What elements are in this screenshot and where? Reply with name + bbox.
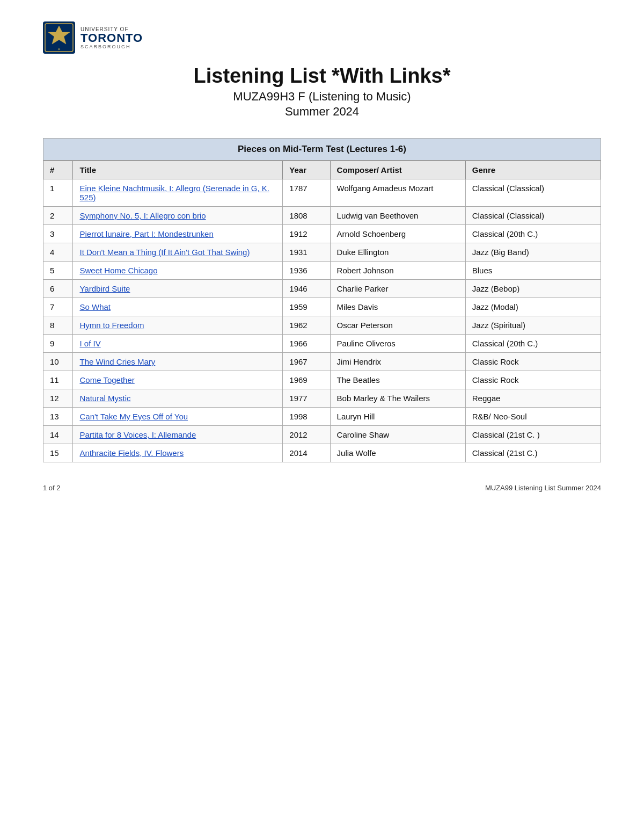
title-link[interactable]: Anthracite Fields, IV. Flowers [79,448,184,458]
title-link[interactable]: Can't Take My Eyes Off of You [79,412,188,421]
title-link[interactable]: Partita for 8 Voices, I: Allemande [79,430,196,439]
table-row: 13Can't Take My Eyes Off of You1998Laury… [43,408,601,426]
cell-num: 14 [43,426,73,444]
cell-composer: Bob Marley & The Wailers [330,389,465,408]
cell-composer: Pauline Oliveros [330,335,465,353]
cell-composer: Ludwig van Beethoven [330,207,465,225]
svg-text:✦: ✦ [57,47,61,52]
cell-year: 2012 [283,426,330,444]
cell-genre: Reggae [465,389,601,408]
table-row: 4It Don't Mean a Thing (If It Ain't Got … [43,243,601,262]
table-row: 15Anthracite Fields, IV. Flowers2014Juli… [43,444,601,462]
cell-composer: Lauryn Hill [330,408,465,426]
cell-year: 1946 [283,280,330,298]
title-link[interactable]: It Don't Mean a Thing (If It Ain't Got T… [79,248,250,257]
col-header-year: Year [283,161,330,179]
title-link[interactable]: So What [79,302,111,311]
cell-genre: Classical (20th C.) [465,225,601,243]
cell-composer: Charlie Parker [330,280,465,298]
table-row: 7So What1959Miles DavisJazz (Modal) [43,298,601,316]
cell-genre: Jazz (Modal) [465,298,601,316]
title-link[interactable]: Symphony No. 5, I: Allegro con brio [79,211,206,220]
cell-num: 5 [43,262,73,280]
cell-year: 1931 [283,243,330,262]
cell-num: 11 [43,371,73,389]
cell-num: 9 [43,335,73,353]
title-link[interactable]: Natural Mystic [79,394,130,403]
cell-num: 10 [43,353,73,371]
table-row: 5Sweet Home Chicago1936Robert JohnsonBlu… [43,262,601,280]
cell-title[interactable]: Sweet Home Chicago [73,262,283,280]
title-link[interactable]: Hymn to Freedom [79,321,144,330]
cell-num: 7 [43,298,73,316]
cell-year: 1998 [283,408,330,426]
title-link[interactable]: Sweet Home Chicago [79,266,157,275]
cell-composer: The Beatles [330,371,465,389]
cell-composer: Julia Wolfe [330,444,465,462]
cell-title[interactable]: Eine Kleine Nachtmusik, I: Allegro (Sere… [73,179,283,207]
title-link[interactable]: Eine Kleine Nachtmusik, I: Allegro (Sere… [79,184,269,202]
table-row: 2Symphony No. 5, I: Allegro con brio1808… [43,207,601,225]
title-link[interactable]: Yardbird Suite [79,284,130,293]
logo-scarborough-label: SCARBOROUGH [80,44,143,49]
cell-year: 1808 [283,207,330,225]
cell-genre: Jazz (Bebop) [465,280,601,298]
cell-num: 15 [43,444,73,462]
page-subtitle: MUZA99H3 F (Listening to Music) [233,90,411,104]
cell-year: 1936 [283,262,330,280]
cell-title[interactable]: Symphony No. 5, I: Allegro con brio [73,207,283,225]
cell-genre: Jazz (Spiritual) [465,316,601,335]
logo-area: ✦ UNIVERSITY OF TORONTO SCARBOROUGH [43,21,143,54]
footer-course: MUZA99 Listening List Summer 2024 [485,484,601,492]
cell-genre: Classical (21st C. ) [465,426,601,444]
col-header-composer: Composer/ Artist [330,161,465,179]
cell-genre: Classical (21st C.) [465,444,601,462]
cell-title[interactable]: It Don't Mean a Thing (If It Ain't Got T… [73,243,283,262]
col-header-num: # [43,161,73,179]
title-link[interactable]: Pierrot lunaire, Part I: Mondestrunken [79,229,213,238]
cell-composer: Duke Ellington [330,243,465,262]
section-header: Pieces on Mid-Term Test (Lectures 1-6) [43,138,601,161]
cell-title[interactable]: Come Together [73,371,283,389]
cell-genre: Classic Rock [465,353,601,371]
footer-page: 1 of 2 [43,484,61,492]
cell-genre: Classical (Classical) [465,179,601,207]
cell-num: 4 [43,243,73,262]
cell-num: 2 [43,207,73,225]
cell-title[interactable]: Can't Take My Eyes Off of You [73,408,283,426]
cell-composer: Robert Johnson [330,262,465,280]
cell-title[interactable]: Pierrot lunaire, Part I: Mondestrunken [73,225,283,243]
cell-composer: Jimi Hendrix [330,353,465,371]
title-link[interactable]: Come Together [79,375,134,385]
cell-genre: Classical (20th C.) [465,335,601,353]
title-link[interactable]: I of IV [79,339,100,348]
table-row: 9I of IV1966Pauline OliverosClassical (2… [43,335,601,353]
title-link[interactable]: The Wind Cries Mary [79,357,155,366]
cell-year: 1966 [283,335,330,353]
cell-title[interactable]: Partita for 8 Voices, I: Allemande [73,426,283,444]
cell-title[interactable]: Hymn to Freedom [73,316,283,335]
logo-text: UNIVERSITY OF TORONTO SCARBOROUGH [80,26,143,49]
cell-num: 1 [43,179,73,207]
logo-toronto-label: TORONTO [80,32,143,44]
cell-year: 1962 [283,316,330,335]
cell-genre: Classic Rock [465,371,601,389]
col-header-genre: Genre [465,161,601,179]
page-footer: 1 of 2 MUZA99 Listening List Summer 2024 [43,484,601,492]
cell-title[interactable]: Natural Mystic [73,389,283,408]
page-header: ✦ UNIVERSITY OF TORONTO SCARBOROUGH List… [43,21,601,119]
table-row: 14Partita for 8 Voices, I: Allemande2012… [43,426,601,444]
cell-title[interactable]: Anthracite Fields, IV. Flowers [73,444,283,462]
cell-year: 2014 [283,444,330,462]
table-header-row: # Title Year Composer/ Artist Genre [43,161,601,179]
cell-composer: Wolfgang Amadeus Mozart [330,179,465,207]
cell-num: 8 [43,316,73,335]
cell-title[interactable]: Yardbird Suite [73,280,283,298]
cell-genre: R&B/ Neo-Soul [465,408,601,426]
table-row: 10The Wind Cries Mary1967Jimi HendrixCla… [43,353,601,371]
cell-title[interactable]: The Wind Cries Mary [73,353,283,371]
cell-title[interactable]: I of IV [73,335,283,353]
cell-year: 1967 [283,353,330,371]
cell-title[interactable]: So What [73,298,283,316]
col-header-title: Title [73,161,283,179]
